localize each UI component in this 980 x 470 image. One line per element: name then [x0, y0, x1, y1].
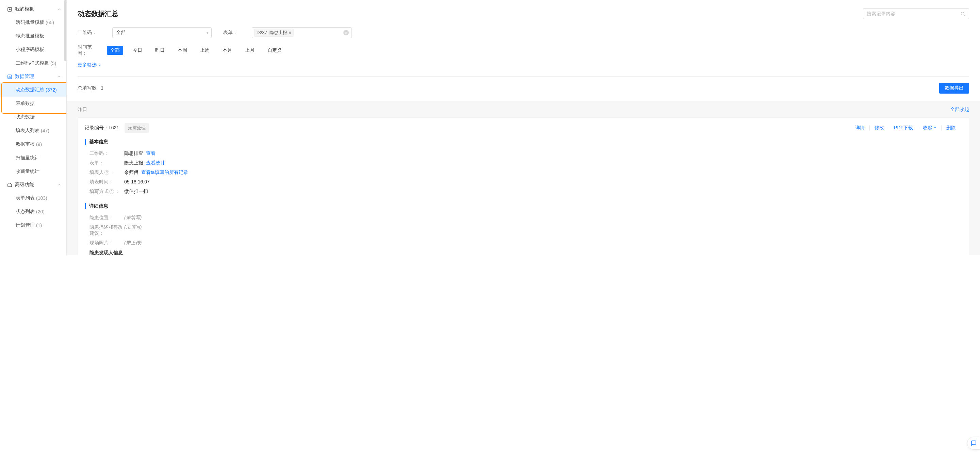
sidebar-item-status-list[interactable]: 状态列表 (20) [0, 205, 66, 218]
qrcode-select-value: 全部 [116, 30, 207, 36]
chevron-up-icon [57, 74, 62, 79]
sidebar-item-form-list[interactable]: 表单列表 (103) [0, 191, 66, 205]
search-icon [960, 11, 966, 16]
sidebar-section-label: 我的模板 [15, 6, 57, 12]
help-icon[interactable]: ? [105, 170, 109, 175]
form-select[interactable]: D237_隐患上报 × × [252, 27, 352, 38]
sidebar-item-label: 填表人列表 [16, 127, 40, 134]
qrcode-select[interactable]: 全部 ▾ [112, 27, 212, 38]
action-edit[interactable]: 修改 [870, 125, 889, 131]
sidebar-item-dynamic-summary[interactable]: 动态数据汇总 (372) [0, 83, 66, 97]
chevron-up-icon [57, 7, 62, 11]
time-pill-today[interactable]: 今日 [129, 46, 146, 55]
svg-line-9 [964, 14, 965, 16]
sidebar-item-count: (1) [36, 223, 42, 228]
kv-key: 填表时间： [89, 179, 124, 185]
sidebar-item-qrcode-style-template[interactable]: 二维码样式模板 (5) [0, 56, 66, 70]
sidebar-item-filler-list[interactable]: 填表人列表 (47) [0, 124, 66, 137]
sidebar-scrollbar[interactable] [64, 0, 66, 61]
sidebar-item-miniprogram-template[interactable]: 小程序码模板 [0, 43, 66, 56]
kv-fill-method: 填写方式? ： 微信扫一扫 [85, 187, 961, 196]
search-input-wrapper[interactable] [863, 8, 969, 19]
sidebar-item-form-data[interactable]: 表单数据 [0, 97, 66, 110]
kv-value-text: 隐患排查 [124, 150, 143, 156]
kv-key: 填写方式? ： [89, 188, 124, 195]
subsection-found-by: 隐患发现人信息 [85, 248, 961, 255]
group-day-label: 昨日 [78, 107, 87, 113]
filter-time-label: 时间范围： [78, 44, 101, 56]
sidebar-item-data-review[interactable]: 数据审核 (9) [0, 137, 66, 151]
action-pdf[interactable]: PDF下载 [889, 125, 918, 131]
sidebar-item-static-template[interactable]: 静态批量模板 [0, 29, 66, 43]
sidebar-item-label: 二维码样式模板 [16, 60, 49, 66]
view-all-records-link[interactable]: 查看ta填写的所有记录 [141, 169, 188, 175]
section-basic-title: 基本信息 [85, 139, 961, 145]
clear-form-icon[interactable]: × [343, 30, 349, 35]
time-pill-all[interactable]: 全部 [107, 46, 123, 55]
action-delete[interactable]: 删除 [942, 125, 961, 131]
chart-bar-icon [7, 74, 12, 79]
remove-tag-icon[interactable]: × [288, 30, 291, 35]
export-button[interactable]: 数据导出 [939, 83, 969, 94]
kv-key: 填表人? ： [89, 169, 124, 175]
sidebar: 我的模板 活码批量模板 (65) 静态批量模板 小程序码模板 二维码样式模板 (… [0, 0, 67, 255]
action-collapse[interactable]: 收起 ⌃ [918, 125, 941, 131]
sidebar-item-label: 表单数据 [16, 100, 35, 107]
sidebar-item-favorite-stats[interactable]: 收藏量统计 [0, 165, 66, 178]
kv-hazard-description: 隐患描述和整改建议： (未填写) [85, 223, 961, 238]
sidebar-item-label: 小程序码模板 [16, 47, 44, 53]
time-pill-last-week[interactable]: 上周 [197, 46, 213, 55]
sidebar-section-label: 数据管理 [15, 73, 57, 80]
kv-hazard-location: 隐患位置： (未填写) [85, 213, 961, 223]
sidebar-section-label: 高级功能 [15, 182, 57, 188]
sidebar-item-live-template[interactable]: 活码批量模板 (65) [0, 16, 66, 29]
collapse-all-link[interactable]: 全部收起 [950, 107, 969, 113]
sidebar-item-count: (103) [36, 195, 47, 201]
kv-filler: 填表人? ： 余师傅 查看ta填写的所有记录 [85, 168, 961, 177]
svg-point-8 [961, 12, 964, 15]
sidebar-item-label: 状态列表 [16, 209, 35, 215]
sidebar-section-data[interactable]: 数据管理 [0, 70, 66, 83]
time-pill-last-month[interactable]: 上月 [242, 46, 258, 55]
kv-key: 二维码： [89, 150, 124, 156]
time-pill-this-week[interactable]: 本周 [174, 46, 191, 55]
sidebar-item-label: 静态批量模板 [16, 33, 44, 39]
sidebar-item-status-data[interactable]: 状态数据 [0, 110, 66, 124]
sidebar-item-label: 收藏量统计 [16, 169, 40, 175]
sidebar-section-templates[interactable]: 我的模板 [0, 3, 66, 16]
chevron-up-icon: ⌃ [934, 126, 937, 130]
more-filter-toggle[interactable]: 更多筛选 [78, 62, 102, 68]
kv-value: (未填写) [124, 224, 142, 230]
time-pill-custom[interactable]: 自定义 [264, 46, 285, 55]
record-no-label: 记录编号： [85, 125, 108, 131]
totals-value: 3 [101, 85, 103, 91]
kv-form: 表单： 隐患上报 查看统计 [85, 158, 961, 168]
briefcase-icon [7, 182, 12, 188]
kv-key: 表单： [89, 160, 124, 166]
totals-label: 总填写数 [78, 85, 97, 91]
help-icon[interactable]: ? [109, 189, 114, 194]
search-input[interactable] [867, 11, 960, 16]
view-stats-link[interactable]: 查看统计 [146, 160, 165, 166]
status-badge: 无需处理 [124, 123, 149, 133]
time-pill-this-month[interactable]: 本月 [219, 46, 235, 55]
kv-value: 隐患上报 查看统计 [124, 160, 165, 166]
sidebar-item-scan-stats[interactable]: 扫描量统计 [0, 151, 66, 165]
kv-value-text: 隐患上报 [124, 160, 143, 166]
kv-value: 微信扫一扫 [124, 188, 148, 195]
chevron-down-icon: ▾ [207, 30, 208, 35]
kv-key: 现场照片： [89, 240, 124, 246]
time-pill-yesterday[interactable]: 昨日 [152, 46, 168, 55]
sidebar-section-advanced[interactable]: 高级功能 [0, 178, 66, 191]
sidebar-item-plan-management[interactable]: 计划管理 (1) [0, 218, 66, 232]
kv-key-text: 填写方式 [89, 188, 108, 194]
sidebar-item-label: 活码批量模板 [16, 19, 44, 25]
kv-key: 隐患描述和整改建议： [89, 224, 124, 237]
kv-value: 余师傅 查看ta填写的所有记录 [124, 169, 188, 175]
action-detail[interactable]: 详情 [850, 125, 869, 131]
record-number: 记录编号：L621 [85, 125, 119, 131]
kv-photo: 现场照片： (未上传) [85, 238, 961, 248]
view-qrcode-link[interactable]: 查看 [146, 150, 156, 156]
main-content: 动态数据汇总 二维码： 全部 ▾ 表单： D237_隐患上报 × × 时间范围：… [67, 0, 980, 255]
chevron-up-icon [57, 182, 62, 187]
